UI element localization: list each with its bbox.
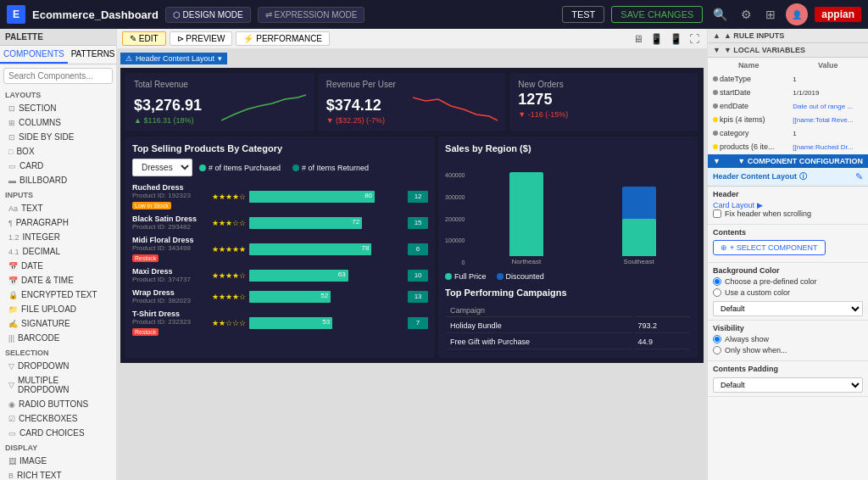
contents-config-section: Contents ⊕ + SELECT COMPONENT <box>708 225 868 263</box>
save-changes-button[interactable]: SAVE CHANGES <box>611 6 703 23</box>
palette-item-decimal[interactable]: 4.1 DECIMAL <box>0 244 116 259</box>
legend-dot-full <box>445 273 452 280</box>
kpi-new-orders-value: 1275 <box>518 91 690 109</box>
contents-padding-section: Contents Padding Default <box>708 361 868 397</box>
palette-item-integer[interactable]: 1.2 INTEGER <box>0 230 116 244</box>
rule-inputs-toggle[interactable]: ▲ <box>713 31 721 40</box>
palette-item-card[interactable]: ▭ CARD <box>0 159 116 173</box>
contents-padding-title: Contents Padding <box>713 365 863 373</box>
gear-icon-btn[interactable]: ⚙ <box>737 6 755 23</box>
palette-item-image[interactable]: 🖼 IMAGE <box>0 454 116 468</box>
var-value-5: [[name:Ruched Dr... <box>793 143 853 151</box>
palette-item-encrypted[interactable]: 🔒 ENCRYPTED TEXT <box>0 287 116 302</box>
tab-patterns[interactable]: PATTERNS <box>68 46 117 64</box>
campaign-table: Campaign Holiday Bundle 793.2 <box>445 303 692 351</box>
search-input[interactable] <box>3 68 113 84</box>
tab-components[interactable]: COMPONENTS <box>0 46 68 64</box>
search-icon-btn[interactable]: 🔍 <box>709 6 731 23</box>
product-name-5: T-Shirt Dress <box>132 310 209 318</box>
user-avatar[interactable]: 👤 <box>786 3 808 25</box>
legend-dot-purchased <box>199 165 206 171</box>
var-dot-4 <box>713 131 718 136</box>
search-box <box>0 64 116 87</box>
palette-item-section[interactable]: ⊡ SECTION <box>0 101 116 115</box>
contents-config-title: Contents <box>713 228 863 237</box>
edit-component-icon[interactable]: ✎ <box>855 171 863 182</box>
var-row-4: category 1 <box>709 127 866 139</box>
color-dropdown[interactable]: Default <box>713 301 863 316</box>
radio-custom-row: Use a custom color <box>713 288 863 297</box>
palette-item-checkboxes[interactable]: ☑ CHECKBOXES <box>0 411 116 426</box>
sales-by-region: Sales by Region ($) 400000 300000 200000… <box>445 143 692 281</box>
inputs-section-label: INPUTS <box>0 187 116 201</box>
product-badge-0: Low in Stock <box>132 202 171 209</box>
product-row-4: Wrap Dress Product ID: 382023 ★★★★☆ 52 <box>132 288 428 304</box>
palette-item-date[interactable]: 📅 DATE <box>0 259 116 273</box>
radio-always-show[interactable] <box>713 335 721 343</box>
product-badge-5: Restock <box>132 328 159 336</box>
kpi-total-revenue: Total Revenue $3,276.91 ▲ $116.31 (18%) <box>125 73 314 131</box>
radio-custom-label: Use a custom color <box>725 288 790 297</box>
radio-predefined-label: Choose a pre-defined color <box>725 277 817 286</box>
preview-btn[interactable]: ⊳ PREVIEW <box>170 31 233 46</box>
palette-item-richtext[interactable]: B RICH TEXT <box>0 468 116 480</box>
palette-item-fileupload[interactable]: 📁 FILE UPLOAD <box>0 302 116 316</box>
radio-conditional-row: Only show when... <box>713 346 863 354</box>
tablet-icon[interactable]: 📱 <box>648 32 665 46</box>
palette-item-paragraph[interactable]: ¶ PARAGRAPH <box>0 215 116 230</box>
product-id-0: Product ID: 192323 <box>132 192 209 199</box>
select-component-button[interactable]: ⊕ + SELECT COMPONENT <box>713 240 826 255</box>
var-dot-1 <box>713 90 718 95</box>
palette-item-signature[interactable]: ✍ SIGNATURE <box>0 316 116 331</box>
local-variables-toggle[interactable]: ▼ <box>713 46 721 54</box>
palette-item-billboard[interactable]: ▬ BILLBOARD <box>0 173 116 187</box>
desktop-icon[interactable]: 🖥 <box>631 32 646 46</box>
palette-item-sidebyside[interactable]: ⊡ SIDE BY SIDE <box>0 130 116 144</box>
rule-inputs-label: ▲ RULE INPUTS <box>724 31 784 40</box>
edit-btn[interactable]: ✎ EDIT <box>122 31 166 46</box>
palette-item-dropdown[interactable]: ▽ DROPDOWN <box>0 359 116 373</box>
product-info-5: T-Shirt Dress Product ID: 232323 Restock <box>132 310 209 336</box>
product-row-0: Ruched Dress Product ID: 192323 Low in S… <box>132 183 428 209</box>
palette-item-columns[interactable]: ⊞ COLUMNS <box>0 115 116 130</box>
product-info-2: Midi Floral Dress Product ID: 343498 Res… <box>132 236 209 262</box>
product-name-0: Ruched Dress <box>132 183 209 192</box>
expression-mode-btn[interactable]: ⇌ EXPRESSION MODE <box>258 7 365 23</box>
component-config-toggle[interactable]: ▼ <box>713 157 721 165</box>
product-id-3: Product ID: 374737 <box>132 276 209 283</box>
test-button[interactable]: TEST <box>562 6 604 23</box>
palette-item-box[interactable]: □ BOX <box>0 144 116 159</box>
radio-predefined[interactable] <box>713 277 721 286</box>
product-info-4: Wrap Dress Product ID: 382023 <box>132 288 209 304</box>
bar1-label-0: 80 <box>364 192 372 199</box>
southeast-label: Southeast <box>624 258 654 265</box>
product-row-5: T-Shirt Dress Product ID: 232323 Restock… <box>132 310 428 336</box>
bars-2: 78 6 <box>249 243 428 255</box>
layout-label-text: Header Content Layout <box>136 54 214 63</box>
performance-btn[interactable]: ⚡ PERFORMANCE <box>236 31 330 46</box>
grid-icon-btn[interactable]: ⊞ <box>762 6 779 23</box>
mobile-icon[interactable]: 📱 <box>667 32 685 46</box>
palette-item-barcode[interactable]: ||| BARCODE <box>0 331 116 345</box>
top-selling-panel: Top Selling Products By Category Dresses… <box>125 137 435 358</box>
palette-item-radiobuttons[interactable]: ◉ RADIO BUTTONS <box>0 397 116 411</box>
radio-conditional[interactable] <box>713 346 721 354</box>
padding-dropdown[interactable]: Default <box>713 377 863 393</box>
bar2-label-5: 7 <box>416 319 420 327</box>
campaign-row-1: Free Gift with Purchase 44.9 <box>447 335 690 349</box>
palette-header: PALETTE <box>0 29 116 46</box>
header-config-value[interactable]: Card Layout ▶ <box>713 201 863 209</box>
category-filter-dropdown[interactable]: Dresses <box>132 159 192 176</box>
layout-label: ⚠ Header Content Layout ▾ <box>120 53 227 64</box>
layout-dropdown-icon[interactable]: ▾ <box>218 54 222 63</box>
palette-item-datetime[interactable]: 📅 DATE & TIME <box>0 273 116 287</box>
palette-item-multidropdown[interactable]: ▽ MULTIPLE DROPDOWN <box>0 373 116 397</box>
palette-item-cardchoices[interactable]: ▭ CARD CHOICES <box>0 426 116 440</box>
fix-header-checkbox[interactable] <box>713 209 721 218</box>
expand-icon[interactable]: ⛶ <box>687 32 702 46</box>
palette-item-text[interactable]: Aa TEXT <box>0 201 116 215</box>
right-panel: Sales by Region ($) 400000 300000 200000… <box>438 137 698 358</box>
design-mode-btn[interactable]: ⬡ DESIGN MODE <box>165 7 251 23</box>
radio-custom[interactable] <box>713 288 721 297</box>
app-logo: E <box>7 5 25 24</box>
